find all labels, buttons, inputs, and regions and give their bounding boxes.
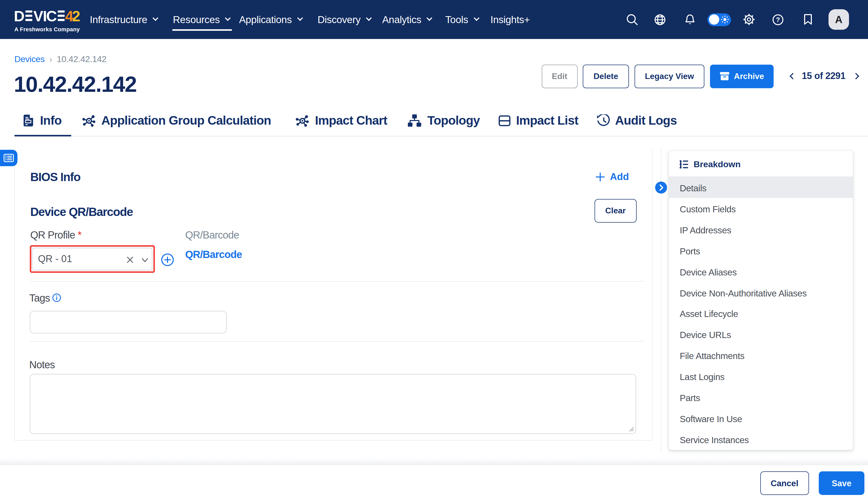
svg-text:C: C bbox=[46, 10, 57, 23]
svg-text:V: V bbox=[33, 10, 43, 23]
svg-text:2: 2 bbox=[72, 10, 80, 23]
svg-text:D: D bbox=[14, 10, 25, 23]
svg-text:?: ? bbox=[775, 16, 780, 23]
